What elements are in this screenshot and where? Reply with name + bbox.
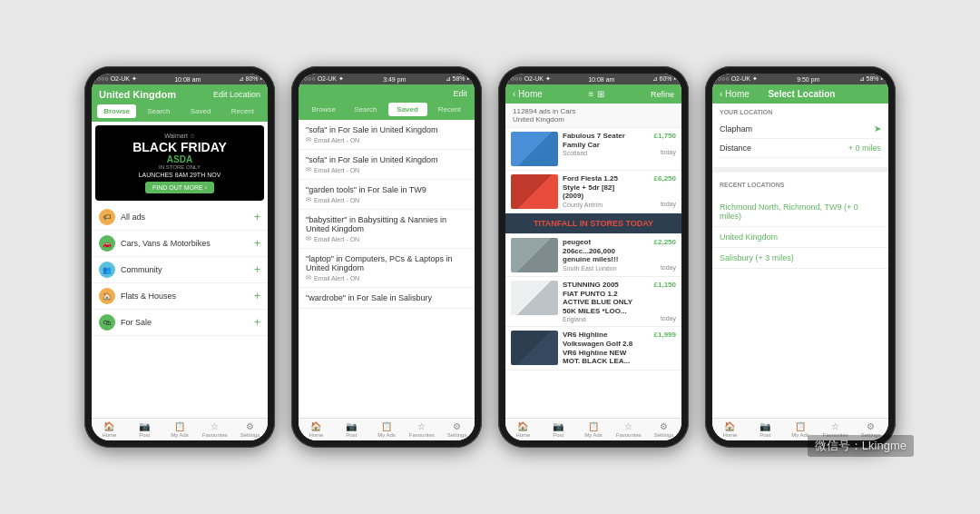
distance-value: + 0 miles: [848, 143, 881, 153]
distance-row[interactable]: Distance + 0 miles: [720, 139, 881, 158]
refine-link[interactable]: Refine: [651, 90, 674, 99]
tab-recent-1[interactable]: Recent: [223, 104, 262, 118]
recent-loc-1[interactable]: United Kingdom: [712, 227, 888, 248]
menu-flats[interactable]: 🏠 Flats & Houses +: [92, 283, 268, 310]
alert-2: ✉ Email Alert - ON: [306, 196, 467, 203]
tab-browse-2[interactable]: Browse: [304, 103, 343, 116]
edit-link-2[interactable]: Edit: [453, 89, 467, 98]
list-view-icon[interactable]: ≡: [588, 89, 593, 99]
saved-item-1[interactable]: "sofa" in For Sale in United Kingdom ✉ E…: [299, 150, 475, 180]
forsale-icon: 🛍: [99, 314, 115, 331]
your-location-label: YOUR LOCATION: [720, 109, 881, 115]
bottom-nav-2: 🏠Home 📷Post 📋My Ads ☆Favourites ⚙Setting…: [299, 418, 475, 440]
all-ads-icon: 🏷: [99, 209, 115, 225]
nav-settings-3[interactable]: ⚙Settings: [646, 421, 681, 438]
status-bar-3: ○○○ O2-UK ✦ 10:08 am ⊿ 60% ▪: [505, 74, 681, 84]
listing-0[interactable]: Fabulous 7 Seater Family Car £1,750 Scot…: [505, 128, 681, 171]
battery-1: ⊿ 80% ▪: [239, 75, 262, 83]
back-btn-4[interactable]: ‹ Home: [720, 89, 750, 99]
nav-fav-2[interactable]: ☆Favourites: [404, 421, 439, 438]
community-icon: 👥: [99, 262, 115, 278]
alert-4: ✉ Email Alert - ON: [306, 274, 467, 282]
menu-forsale[interactable]: 🛍 For Sale +: [92, 310, 268, 336]
listing-img-1: [511, 174, 558, 209]
phone-4-screen: ○○○ O2-UK ✦ 9:50 pm ⊿ 58% ▪ ‹ Home Selec…: [712, 74, 888, 440]
cars-icon: 🚗: [99, 235, 115, 252]
nav-home-3[interactable]: 🏠Home: [505, 421, 541, 438]
banner: Walmart ☆ BLACK FRIDAY ASDA IN STORE ONL…: [95, 125, 264, 201]
tabs-1: Browse Search Saved Recent: [92, 104, 268, 122]
listing-2[interactable]: peugeot 206cc...206,000 genuine miles!!!…: [505, 234, 681, 277]
nav-settings-1[interactable]: ⚙Settings: [232, 421, 268, 438]
bottom-nav-3: 🏠Home 📷Post 📋My Ads ☆Favourites ⚙Setting…: [505, 418, 681, 440]
nav-post-4[interactable]: 📷Post: [748, 421, 783, 438]
banner-sub2: IN STORE ONLY: [99, 164, 260, 170]
nav-post-3[interactable]: 📷Post: [541, 421, 576, 438]
app-header-3: ‹ Home ≡ ⊞ Refine: [505, 84, 681, 104]
listing-img-3: [511, 281, 558, 315]
tab-recent-2[interactable]: Recent: [430, 103, 469, 116]
saved-item-5[interactable]: "wardrobe" in For Sale in Salisbury: [299, 288, 475, 309]
nav-home-4[interactable]: 🏠Home: [712, 421, 748, 438]
edit-location-link[interactable]: Edit Location: [213, 90, 260, 99]
tab-search-2[interactable]: Search: [346, 103, 385, 116]
screenshot-wrapper: ○○○ O2-UK ✦ 10:08 am ⊿ 80% ▪ United King…: [57, 48, 923, 466]
nav-myads-1[interactable]: 📋My Ads: [162, 421, 198, 438]
view-toggle: ≡ ⊞: [588, 89, 604, 99]
nav-settings-2[interactable]: ⚙Settings: [439, 421, 475, 438]
flats-plus: +: [254, 290, 260, 302]
nav-myads-2[interactable]: 📋My Ads: [369, 421, 405, 438]
listing-4[interactable]: VR6 Highline Volkswagen Golf 2.8 VR6 Hig…: [505, 327, 681, 370]
find-out-btn[interactable]: FIND OUT MORE ›: [145, 182, 214, 193]
nav-post-1[interactable]: 📷Post: [127, 421, 162, 438]
menu-cars[interactable]: 🚗 Cars, Vans & Motorbikes +: [92, 231, 268, 257]
listing-1[interactable]: Ford Fiesta 1.25 Style + 5dr [82] (2009)…: [505, 171, 681, 213]
signal-2: ○○○ O2-UK ✦: [304, 75, 344, 83]
status-bar-1: ○○○ O2-UK ✦ 10:08 am ⊿ 80% ▪: [92, 74, 268, 84]
recent-loc-2[interactable]: Salisbury (+ 3 miles): [712, 248, 888, 269]
status-bar-4: ○○○ O2-UK ✦ 9:50 pm ⊿ 58% ▪: [712, 74, 888, 84]
distance-label: Distance: [720, 143, 751, 153]
status-bar-2: ○○○ O2-UK ✦ 3:49 pm ⊿ 58% ▪: [299, 74, 475, 84]
battery-4: ⊿ 58% ▪: [859, 75, 883, 83]
location-title-1: United Kingdom: [99, 89, 176, 100]
clapham-label: Clapham: [720, 124, 752, 133]
content-1: Walmart ☆ BLACK FRIDAY ASDA IN STORE ONL…: [92, 122, 268, 418]
recent-loc-0[interactable]: Richmond North, Richmond, TW9 (+ 0 miles…: [712, 197, 888, 227]
saved-item-0[interactable]: "sofa" in For Sale in United Kingdom ✉ E…: [299, 120, 475, 150]
content-2: "sofa" in For Sale in United Kingdom ✉ E…: [299, 120, 475, 418]
signal-3: ○○○ O2-UK ✦: [511, 75, 551, 83]
nav-myads-3[interactable]: 📋My Ads: [576, 421, 612, 438]
tab-browse-1[interactable]: Browse: [97, 104, 136, 118]
nav-home-1[interactable]: 🏠Home: [92, 421, 127, 438]
tab-saved-2[interactable]: Saved: [388, 103, 427, 116]
saved-item-4[interactable]: "laptop" in Computers, PCs & Laptops in …: [299, 249, 475, 288]
listing-3[interactable]: STUNNING 2005 FIAT PUNTO 1.2 ACTIVE BLUE…: [505, 277, 681, 327]
back-btn-3[interactable]: ‹ Home: [513, 89, 543, 99]
phone-2: ○○○ O2-UK ✦ 3:49 pm ⊿ 58% ▪ Edit Browse …: [291, 66, 482, 448]
menu-all-ads[interactable]: 🏷 All ads +: [92, 204, 268, 231]
nav-fav-3[interactable]: ☆Favourites: [611, 421, 646, 438]
saved-item-3[interactable]: "babysitter" in Babysitting & Nannies in…: [299, 210, 475, 249]
phone-1: ○○○ O2-UK ✦ 10:08 am ⊿ 80% ▪ United King…: [84, 66, 275, 448]
tab-search-1[interactable]: Search: [139, 104, 178, 118]
grid-view-icon[interactable]: ⊞: [597, 89, 604, 99]
alert-1: ✉ Email Alert - ON: [306, 166, 467, 173]
nav-home-2[interactable]: 🏠Home: [299, 421, 334, 438]
location-clapham-row[interactable]: Clapham ➤: [720, 119, 881, 139]
tabs-2: Browse Search Saved Recent: [299, 103, 475, 120]
phone-2-screen: ○○○ O2-UK ✦ 3:49 pm ⊿ 58% ▪ Edit Browse …: [299, 74, 475, 440]
titanfall-title: TITANFALL IN STORES TODAY: [534, 219, 653, 228]
listing-titanfall[interactable]: TITANFALL IN STORES TODAY: [505, 213, 681, 234]
menu-community[interactable]: 👥 Community +: [92, 257, 268, 283]
saved-item-2[interactable]: "garden tools" in For Sale in TW9 ✉ Emai…: [299, 180, 475, 210]
listing-count: 112894 ads in Cars: [513, 107, 674, 115]
tab-saved-1[interactable]: Saved: [181, 104, 220, 118]
signal-1: ○○○ O2-UK ✦: [97, 75, 137, 83]
time-2: 3:49 pm: [383, 76, 406, 83]
all-ads-plus: +: [254, 211, 260, 223]
nav-fav-1[interactable]: ☆Favourites: [197, 421, 232, 438]
listing-header: 112894 ads in Cars United Kingdom: [505, 104, 681, 128]
nav-post-2[interactable]: 📷Post: [334, 421, 369, 438]
banner-brand: Walmart ☆: [99, 133, 260, 140]
